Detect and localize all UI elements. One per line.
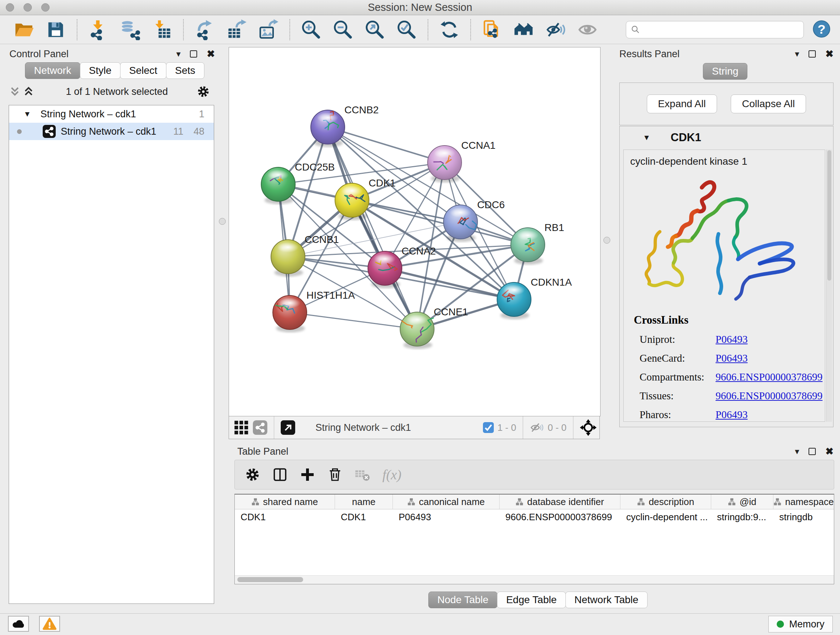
tab-string[interactable]: String (703, 63, 747, 80)
tab-sets[interactable]: Sets (166, 62, 204, 79)
table-row[interactable]: CDK1 CDK1 P06493 9606.ENSP00000378699 cy… (235, 509, 834, 524)
import-table-file-button[interactable] (146, 17, 178, 43)
control-panel-close-button[interactable]: ✖ (207, 48, 215, 60)
expand-all-networks-button[interactable] (9, 87, 20, 97)
network-node-CDC6[interactable]: CDC6 (444, 199, 505, 242)
scrollbar-thumb[interactable] (827, 150, 831, 280)
toolbar-separator (428, 19, 428, 40)
copy-network-button[interactable] (476, 17, 508, 43)
column-header-database-identifier[interactable]: database identifier (500, 494, 621, 509)
network-row[interactable]: String Network – cdk1 11 48 (9, 123, 214, 140)
string-home-button[interactable] (508, 17, 540, 43)
zoom-out-button[interactable] (327, 17, 359, 43)
add-column-button[interactable] (300, 467, 315, 482)
splitter-handle-right[interactable] (603, 237, 610, 244)
double-chevron-up-icon (23, 87, 34, 97)
scrollbar-thumb[interactable] (237, 577, 303, 582)
detach-view-button[interactable] (281, 420, 295, 435)
network-node-CDC25B[interactable]: CDC25B (261, 162, 335, 204)
expand-all-button[interactable]: Expand All (647, 95, 717, 113)
tab-network[interactable]: Network (25, 62, 80, 79)
warnings-button[interactable] (39, 616, 60, 632)
network-node-CCNA1[interactable]: CCNA1 (428, 140, 496, 182)
zoom-fit-button[interactable] (359, 17, 391, 43)
control-panel-float-button[interactable] (190, 50, 197, 57)
tab-node-table[interactable]: Node Table (428, 592, 497, 608)
memory-button[interactable]: Memory (768, 616, 833, 632)
hide-unselected-button[interactable] (540, 17, 572, 43)
column-header-namespace[interactable]: namespace (774, 494, 834, 509)
delete-column-button[interactable] (327, 467, 343, 482)
table-panel-menu-button[interactable]: ▾ (795, 447, 799, 456)
tree-icon (251, 498, 259, 506)
network-collection-row[interactable]: ▼ String Network – cdk1 1 (9, 105, 214, 123)
crosslink-link[interactable]: P06493 (715, 352, 748, 364)
export-network-button[interactable] (189, 17, 221, 43)
collapse-all-button[interactable]: Collapse All (731, 95, 806, 113)
external-link-icon (281, 420, 295, 435)
cell-name: CDK1 (335, 509, 393, 524)
show-columns-button[interactable] (272, 467, 287, 482)
table-panel-float-button[interactable] (808, 448, 816, 455)
refresh-view-button[interactable] (433, 17, 465, 43)
network-canvas[interactable]: CCNB2CCNA1CDC25BCDK1CDC6RB1CCNB1CCNA2CDK… (229, 47, 600, 416)
import-network-database-button[interactable] (114, 17, 146, 43)
network-node-CDK1[interactable]: CDK1 (335, 177, 396, 220)
collapse-triangle-icon[interactable]: ▼ (643, 133, 651, 142)
results-panel-menu-button[interactable]: ▾ (795, 49, 799, 59)
results-panel-close-button[interactable]: ✖ (825, 48, 834, 60)
hidden-toggle[interactable] (530, 420, 544, 435)
column-label: namespace (785, 496, 834, 508)
show-all-button[interactable] (572, 17, 603, 43)
crosslink-row: Uniprot:P06493 (634, 333, 823, 345)
collapse-triangle-icon[interactable]: ▼ (24, 110, 31, 119)
network-node-HIST1H1A[interactable]: HIST1H1A (273, 290, 355, 333)
crosslink-link[interactable]: P06493 (715, 333, 748, 345)
table-options-button[interactable] (245, 467, 260, 482)
show-grid-button[interactable] (234, 420, 248, 435)
column-header-id[interactable]: @id (711, 494, 774, 509)
network-node-CDKN1A[interactable]: CDKN1A (497, 277, 572, 319)
help-button[interactable]: ? (813, 20, 831, 39)
search-input[interactable] (641, 24, 799, 35)
delete-table-button[interactable] (355, 467, 370, 482)
import-network-file-button[interactable] (82, 17, 114, 43)
open-session-button[interactable] (8, 17, 40, 43)
table-horizontal-scrollbar[interactable] (235, 575, 834, 584)
selected-nodes-checkbox[interactable] (483, 422, 494, 433)
birds-eye-toggle-button[interactable] (580, 419, 597, 436)
save-session-button[interactable] (40, 17, 72, 43)
column-header-shared-name[interactable]: shared name (235, 494, 335, 509)
eye-slash-icon (545, 19, 566, 40)
network-node-RB1[interactable]: RB1 (511, 222, 564, 264)
tab-style[interactable]: Style (80, 62, 120, 79)
gene-section-header[interactable]: ▼ CDK1 (620, 126, 833, 149)
network-status-dot (17, 129, 22, 134)
export-image-button[interactable] (253, 17, 284, 43)
zoom-selected-button[interactable] (391, 17, 423, 43)
network-node-CCNB1[interactable]: CCNB1 (271, 234, 339, 277)
network-options-button[interactable] (197, 85, 210, 98)
export-table-button[interactable] (221, 17, 253, 43)
tab-edge-table[interactable]: Edge Table (497, 592, 566, 608)
cloud-button[interactable] (8, 616, 29, 632)
collapse-all-networks-button[interactable] (23, 87, 34, 97)
results-scrollbar[interactable] (826, 149, 832, 422)
tab-network-table[interactable]: Network Table (565, 592, 647, 608)
network-node-CCNB2[interactable]: CCNB2 (311, 104, 379, 147)
splitter-handle-left[interactable] (219, 218, 226, 225)
refresh-icon (439, 20, 459, 40)
tab-select[interactable]: Select (120, 62, 166, 79)
crosslink-link[interactable]: 9606.ENSP00000378699 (715, 390, 823, 402)
network-view-share-button[interactable] (253, 420, 267, 435)
results-panel-float-button[interactable] (808, 50, 816, 57)
column-header-description[interactable]: description (621, 494, 711, 509)
function-builder-button[interactable]: f(x) (382, 467, 401, 483)
table-panel-close-button[interactable]: ✖ (825, 446, 834, 457)
column-header-name[interactable]: name (335, 494, 393, 509)
crosslink-link[interactable]: P06493 (715, 409, 748, 421)
column-header-canonical-name[interactable]: canonical name (393, 494, 500, 509)
crosslink-link[interactable]: 9606.ENSP00000378699 (715, 371, 823, 383)
zoom-in-button[interactable] (295, 17, 327, 43)
control-panel-menu-button[interactable]: ▾ (176, 49, 180, 59)
